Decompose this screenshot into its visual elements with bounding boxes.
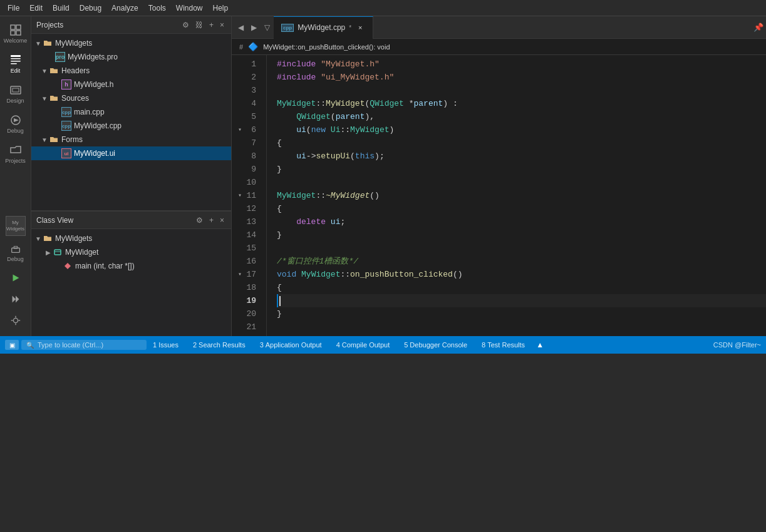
panel-search-results[interactable]: 2 Search Results <box>187 336 254 354</box>
cv-item-mywidgets[interactable]: ▼ MyWidgets <box>31 232 231 245</box>
debug-icon <box>9 114 22 126</box>
breadcrumb-text: MyWidget::on_pushButton_clicked(): void <box>263 43 390 51</box>
search-results-num: 2 <box>193 341 197 349</box>
folder-icon-forms <box>49 135 59 145</box>
link-icon[interactable]: ⛓ <box>194 19 205 31</box>
code-line-16: /*窗口控件1槽函数*/ <box>277 255 766 268</box>
sidebar: Welcome Edit Design <box>0 16 31 336</box>
tree-item-forms[interactable]: ▼ Forms <box>31 133 231 146</box>
status-search-box[interactable]: 🔍 Type to locate (Ctrl...) <box>21 340 147 350</box>
menu-window[interactable]: Window <box>171 2 208 14</box>
sidebar-run[interactable] <box>0 267 31 289</box>
sidebar-label-welcome: Welcome <box>4 38 27 44</box>
panel-test-results[interactable]: 8 Test Results <box>475 336 533 354</box>
tree-item-pro[interactable]: pro MyWidgets.pro <box>31 50 231 64</box>
sidebar-mywidgets[interactable]: MyWidgets <box>0 208 31 238</box>
code-line-10 <box>277 176 766 189</box>
arrow-headers: ▼ <box>40 68 49 74</box>
sidebar-item-debug[interactable]: Debug <box>0 109 31 139</box>
search-placeholder[interactable]: Type to locate (Ctrl...) <box>38 341 103 349</box>
panel-app-output[interactable]: 3 Application Output <box>254 336 330 354</box>
tree-label-forms: Forms <box>61 135 83 144</box>
code-line-20: } <box>277 307 766 320</box>
panel-debugger-console[interactable]: 5 Debugger Console <box>398 336 475 354</box>
status-toggle-btn[interactable]: ▣ <box>5 340 19 350</box>
classview-close-icon[interactable]: × <box>218 215 226 226</box>
search-icon: 🔍 <box>26 342 34 349</box>
svg-rect-3 <box>16 31 21 35</box>
compile-num: 4 <box>336 341 340 349</box>
sidebar-item-projects[interactable]: Projects <box>0 139 31 169</box>
app-output-num: 3 <box>260 341 264 349</box>
menu-edit[interactable]: Edit <box>24 2 48 14</box>
cv-folder-icon <box>43 233 53 243</box>
line-21: 21 <box>237 320 261 334</box>
close-panel-icon[interactable]: × <box>218 19 226 31</box>
tree-item-headers[interactable]: ▼ Headers <box>31 64 231 78</box>
panel-compile-output[interactable]: 4 Compile Output <box>330 336 398 354</box>
panel-issues[interactable]: 1 Issues <box>147 336 187 354</box>
fold-arrow-11[interactable]: ▾ <box>238 191 242 200</box>
tree-item-mywidget-ui[interactable]: ui MyWidget.ui <box>31 146 231 160</box>
menu-tools[interactable]: Tools <box>143 2 171 14</box>
tree-item-mywidgets[interactable]: ▼ MyWidgets <box>31 36 231 50</box>
line-12: 12 <box>237 202 261 215</box>
tree-item-mywidget-cpp[interactable]: cpp MyWidget.cpp <box>31 119 231 133</box>
arrow-sources: ▼ <box>40 95 49 102</box>
line-8: 8 <box>237 150 261 163</box>
design-icon <box>9 84 22 96</box>
fold-arrow-17[interactable]: ▾ <box>238 270 242 279</box>
code-line-13: delete ui; <box>277 215 766 228</box>
menu-file[interactable]: File <box>3 2 24 14</box>
code-line-19 <box>277 294 766 307</box>
pin-icon[interactable]: 📌 <box>753 23 763 32</box>
sidebar-item-welcome[interactable]: Welcome <box>0 19 31 49</box>
sidebar-build[interactable] <box>0 310 31 331</box>
classview-add-icon[interactable]: + <box>207 215 215 226</box>
status-arrow-up[interactable]: ▲ <box>533 336 547 354</box>
tree-item-mywidget-h[interactable]: h MyWidget.h <box>31 78 231 91</box>
tab-nav-right[interactable]: ▶ <box>247 21 261 34</box>
mywidgets-box: MyWidgets <box>6 216 26 236</box>
test-num: 8 <box>482 341 485 349</box>
classview-settings-icon[interactable]: ⚙ <box>194 215 205 226</box>
issues-num: 1 <box>153 341 157 349</box>
code-line-5: QWidget(parent), <box>277 110 766 123</box>
menu-help[interactable]: Help <box>208 2 234 14</box>
sidebar-label-projects: Projects <box>5 158 26 164</box>
tree-label-sources: Sources <box>61 94 89 103</box>
status-left: ▣ 🔍 Type to locate (Ctrl...) <box>5 340 147 350</box>
sidebar-item-edit[interactable]: Edit <box>0 49 31 79</box>
fold-arrow-6[interactable]: ▾ <box>238 125 242 135</box>
sidebar-item-debug-bottom[interactable]: Debug <box>0 238 31 267</box>
sidebar-item-design[interactable]: Design <box>0 79 31 109</box>
tree-label-pro: MyWidgets.pro <box>68 53 118 61</box>
code-editor[interactable]: 1 2 3 4 5 ▾6 7 8 9 10 ▾11 12 13 <box>232 55 766 336</box>
tab-close-btn[interactable]: × <box>355 23 365 33</box>
menu-build[interactable]: Build <box>48 2 75 14</box>
menu-debug[interactable]: Debug <box>75 2 106 14</box>
tab-bar: ◀ ▶ ▽ cpp MyWidget.cpp * × 📌 <box>232 16 766 39</box>
add-icon[interactable]: + <box>207 19 215 31</box>
filter-icon[interactable]: ⚙ <box>180 19 191 31</box>
tree-item-main-cpp[interactable]: cpp main.cpp <box>31 105 231 119</box>
tab-mywidget-cpp[interactable]: cpp MyWidget.cpp * × <box>274 16 373 39</box>
projects-tree: ▼ MyWidgets pro MyWidgets.pro <box>31 34 231 210</box>
app-output-label: Application Output <box>266 341 322 349</box>
cv-item-main[interactable]: main (int, char *[]) <box>31 259 231 273</box>
menu-analyze[interactable]: Analyze <box>106 2 143 14</box>
issues-label: Issues <box>158 341 179 349</box>
sidebar-label-debug-bottom: Debug <box>7 256 24 262</box>
sidebar-debug-run[interactable] <box>0 289 31 310</box>
cv-item-mywidget-class[interactable]: ▶ MyWidget <box>31 245 231 259</box>
tree-item-sources[interactable]: ▼ Sources <box>31 91 231 105</box>
code-line-1: #include "MyWidget.h" <box>277 58 766 71</box>
code-content[interactable]: #include "MyWidget.h" #include "ui_MyWid… <box>267 55 766 336</box>
line-6: ▾6 <box>237 123 261 136</box>
tab-nav-down[interactable]: ▽ <box>261 21 274 34</box>
tab-nav-left[interactable]: ◀ <box>234 21 247 34</box>
cv-label-mywidget: MyWidget <box>65 248 98 257</box>
svg-rect-8 <box>11 86 21 94</box>
pro-icon: pro <box>55 52 65 62</box>
code-line-6: ui(new Ui::MyWidget) <box>277 123 766 136</box>
